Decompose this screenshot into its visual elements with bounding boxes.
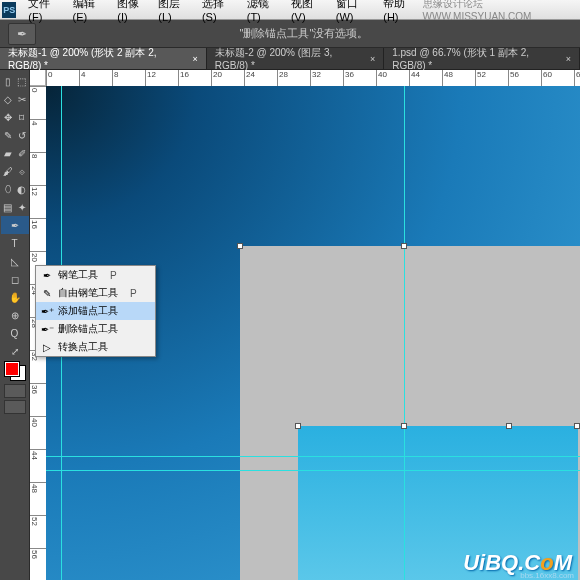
anchor-point[interactable] — [574, 423, 580, 429]
anchor-point[interactable] — [401, 243, 407, 249]
tool-type[interactable]: T — [1, 234, 29, 252]
tool-zoom[interactable]: ⊕ — [1, 306, 29, 324]
menu-view[interactable]: 视图(V) — [285, 0, 330, 23]
menu-item-freeform-pen-tool[interactable]: ✎自由钢笔工具P — [36, 284, 155, 302]
guide-horizontal[interactable] — [46, 456, 580, 457]
tool-marquee[interactable]: ⬚ — [15, 72, 29, 90]
tab-doc-2[interactable]: 未标题-2 @ 200% (图层 3, RGB/8) *× — [207, 48, 384, 69]
anchor-point[interactable] — [506, 423, 512, 429]
tool-gradient[interactable]: ⟐ — [15, 162, 29, 180]
menu-edit[interactable]: 编辑(E) — [67, 0, 112, 23]
color-swatch[interactable] — [5, 362, 25, 380]
tool-shape[interactable]: ◻ — [1, 270, 29, 288]
tool-lasso[interactable]: ◇ — [1, 90, 15, 108]
menu-file[interactable]: 文件(F) — [22, 0, 66, 23]
options-bar: ✒ "删除锚点工具"没有选项。 — [0, 20, 580, 48]
close-icon[interactable]: × — [193, 54, 198, 64]
pen-icon: ✒ — [40, 270, 54, 281]
toolbox: ▯⬚ ◇✂ ✥⌑ ✎↺ ▰✐ 🖌⟐ ⬯◐ ▤✦ ✒ T ◺ ◻ ✋ ⊕ Q ⤢ — [0, 70, 30, 580]
menu-help[interactable]: 帮助(H) — [377, 0, 422, 23]
tool-blur[interactable]: ⬯ — [1, 180, 15, 198]
guide-horizontal[interactable] — [46, 470, 580, 471]
freeform-pen-icon: ✎ — [40, 288, 54, 299]
document-tabs: 未标题-1 @ 200% (形状 2 副本 2, RGB/8) *× 未标题-2… — [0, 48, 580, 70]
anchor-point[interactable] — [401, 423, 407, 429]
menu-window[interactable]: 窗口(W) — [330, 0, 378, 23]
ruler-horizontal[interactable]: 0481216202428323640444852566064 — [46, 70, 580, 86]
tool-pen[interactable]: ✒ — [1, 216, 29, 234]
add-anchor-icon: ✒⁺ — [40, 306, 54, 317]
menu-item-delete-anchor-tool[interactable]: ✒⁻删除锚点工具 — [36, 320, 155, 338]
tool-sponge[interactable]: ✦ — [15, 198, 29, 216]
tool-pencil[interactable]: ✐ — [15, 144, 29, 162]
pen-tool-flyout-menu: ✒钢笔工具P ✎自由钢笔工具P ✒⁺添加锚点工具 ✒⁻删除锚点工具 ▷转换点工具 — [35, 265, 156, 357]
anchor-point[interactable] — [237, 243, 243, 249]
menu-item-add-anchor-tool[interactable]: ✒⁺添加锚点工具 — [36, 302, 155, 320]
tool-preset-picker[interactable]: ✒ — [8, 23, 36, 45]
tab-doc-3[interactable]: 1.psd @ 66.7% (形状 1 副本 2, RGB/8) *× — [384, 48, 580, 69]
tool-history[interactable]: ▤ — [1, 198, 15, 216]
app-icon: PS — [2, 2, 16, 18]
menu-image[interactable]: 图像(I) — [111, 0, 152, 23]
menu-filter[interactable]: 滤镜(T) — [241, 0, 285, 23]
tool-wand[interactable]: ✥ — [1, 108, 15, 126]
tab-doc-1[interactable]: 未标题-1 @ 200% (形状 2 副本 2, RGB/8) *× — [0, 48, 207, 69]
close-icon[interactable]: × — [566, 54, 571, 64]
tool-brush[interactable]: ↺ — [15, 126, 29, 144]
foreground-color-swatch[interactable] — [5, 362, 19, 376]
menu-bar: PS 文件(F) 编辑(E) 图像(I) 图层(L) 选择(S) 滤镜(T) 视… — [0, 0, 580, 20]
menu-item-convert-point-tool[interactable]: ▷转换点工具 — [36, 338, 155, 356]
menu-layer[interactable]: 图层(L) — [152, 0, 196, 23]
tool-rotate-view[interactable]: ⤢ — [1, 342, 29, 360]
screen-mode-buttons — [4, 384, 26, 414]
convert-point-icon: ▷ — [40, 342, 54, 353]
guide-vertical[interactable] — [404, 86, 405, 580]
quick-mask-toggle[interactable] — [4, 384, 26, 398]
header-watermark: 思缘设计论坛 WWW.MISSYUAN.COM — [423, 0, 580, 22]
tool-heal[interactable]: ✎ — [1, 126, 15, 144]
screen-mode-toggle[interactable] — [4, 400, 26, 414]
close-icon[interactable]: × — [370, 54, 375, 64]
tool-eyedropper[interactable]: ⌑ — [15, 108, 29, 126]
tool-stamp[interactable]: ▰ — [1, 144, 15, 162]
watermark-url: bbs.16xx8.com — [520, 571, 574, 580]
menu-select[interactable]: 选择(S) — [196, 0, 241, 23]
options-info-text: "删除锚点工具"没有选项。 — [36, 26, 572, 41]
ruler-corner[interactable] — [30, 70, 46, 86]
tool-dodge[interactable]: ◐ — [15, 180, 29, 198]
tool-hand[interactable]: ✋ — [1, 288, 29, 306]
tool-path-select[interactable]: ◺ — [1, 252, 29, 270]
delete-anchor-icon: ✒⁻ — [40, 324, 54, 335]
tool-crop[interactable]: ✂ — [15, 90, 29, 108]
tool-move[interactable]: ▯ — [1, 72, 15, 90]
menu-item-pen-tool[interactable]: ✒钢笔工具P — [36, 266, 155, 284]
anchor-point[interactable] — [295, 423, 301, 429]
tool-eraser[interactable]: 🖌 — [1, 162, 15, 180]
tool-quickmask[interactable]: Q — [1, 324, 29, 342]
